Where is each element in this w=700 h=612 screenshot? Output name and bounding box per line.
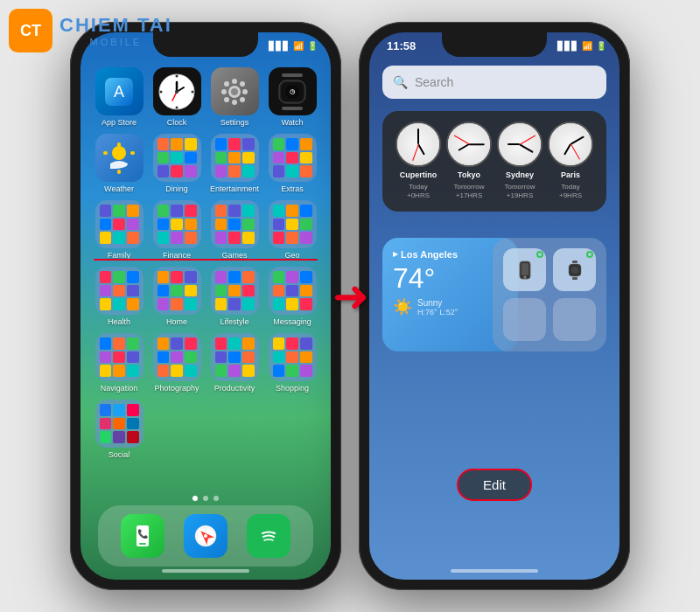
dock-safari[interactable]	[184, 514, 228, 558]
svg-rect-22	[282, 107, 303, 110]
svg-point-16	[242, 89, 248, 94]
lifestyle-folder	[211, 267, 259, 315]
app-family[interactable]: Family	[94, 200, 144, 260]
watch-device-btn[interactable]	[553, 248, 596, 291]
photography-folder	[153, 333, 201, 381]
entertainment-label: Entertainment	[210, 184, 259, 193]
tokyo-day: Tomorrow+17HRS	[453, 183, 484, 201]
red-underline	[94, 259, 318, 261]
paris-clock	[548, 122, 593, 167]
app-photography[interactable]: Photography	[151, 333, 202, 393]
edit-button[interactable]: Edit	[457, 469, 532, 501]
search-icon: 🔍	[393, 75, 408, 89]
battery-icon-2: 🔋	[596, 41, 606, 51]
dock: 📞	[98, 505, 313, 567]
app-shopping[interactable]: Shopping	[267, 333, 318, 393]
app-extras[interactable]: Extras	[267, 134, 318, 193]
app-productivity[interactable]: Productivity	[209, 333, 260, 393]
app-dining[interactable]: Dining	[151, 134, 202, 193]
svg-point-27	[112, 146, 126, 160]
app-grid: A App Store	[89, 63, 322, 463]
svg-point-13	[232, 79, 237, 84]
app-entertainment[interactable]: Entertainment	[209, 134, 260, 193]
appstore-icon: A	[95, 67, 144, 115]
dining-label: Dining	[165, 184, 188, 193]
svg-rect-29	[117, 170, 121, 174]
notch-2	[442, 32, 547, 57]
social-folder	[95, 400, 144, 448]
svg-rect-31	[130, 151, 135, 155]
cupertino-clock	[396, 122, 441, 167]
weather-label: Weather	[104, 184, 134, 193]
widget-background: 11:58 ▊▊▊ 📶 🔋 🔍 Search	[369, 32, 620, 580]
app-geo[interactable]: Geo	[267, 200, 318, 260]
messaging-label: Messaging	[273, 317, 312, 326]
svg-rect-42	[522, 263, 528, 275]
cupertino-name: Cupertino	[400, 170, 438, 179]
app-navigation[interactable]: Navigation	[94, 333, 144, 393]
app-appstore[interactable]: A App Store	[94, 67, 144, 127]
home-folder	[153, 267, 201, 315]
phone-widget-screen: 11:58 ▊▊▊ 📶 🔋 🔍 Search	[369, 32, 620, 580]
family-folder	[95, 200, 144, 248]
wifi-icon: 📶	[293, 41, 304, 51]
home-indicator-phone2	[451, 569, 538, 573]
app-settings[interactable]: Settings	[209, 67, 260, 127]
home-label: Home	[166, 317, 187, 326]
app-games[interactable]: Games	[209, 200, 260, 260]
appstore-label: App Store	[102, 118, 136, 127]
weather-icon	[95, 134, 144, 182]
app-lifestyle[interactable]: Lifestyle	[209, 267, 260, 326]
iphone-device-btn[interactable]	[503, 248, 546, 291]
dock-phone[interactable]: 📞	[121, 514, 164, 558]
battery-icon: 🔋	[307, 41, 318, 51]
photography-label: Photography	[154, 384, 199, 393]
home-indicator-phone1	[162, 569, 249, 573]
app-messaging[interactable]: Messaging	[267, 267, 318, 326]
device-empty-2[interactable]	[553, 298, 596, 341]
productivity-label: Productivity	[214, 384, 256, 393]
clock-widget: Cupertino Today+0HRS Tokyo	[382, 111, 606, 212]
svg-point-15	[221, 89, 227, 94]
app-health[interactable]: Health	[94, 267, 144, 326]
health-folder	[95, 267, 144, 315]
phone-home: ▊▊▊ 📶 🔋 A	[70, 22, 341, 590]
watermark: CT CHIEM TAI MOBILE	[9, 9, 172, 52]
app-social[interactable]: Social	[94, 400, 144, 459]
status-icons-2: ▊▊▊ 📶 🔋	[557, 41, 606, 51]
watermark-brand: CHIEM TAI	[60, 14, 172, 37]
svg-point-39	[204, 534, 207, 538]
settings-label: Settings	[220, 118, 249, 127]
svg-point-14	[232, 100, 237, 105]
svg-point-17	[224, 81, 229, 87]
search-placeholder: Search	[415, 75, 453, 89]
svg-point-6	[160, 90, 163, 93]
weather-temp: 74°	[393, 262, 508, 295]
health-label: Health	[108, 317, 130, 326]
app-home[interactable]: Home	[151, 267, 202, 326]
status-time: 11:58	[382, 39, 416, 52]
status-right: ▊▊▊ 📶 🔋	[269, 41, 318, 51]
app-clock[interactable]: Clock	[151, 67, 202, 127]
search-bar[interactable]: 🔍 Search	[382, 66, 606, 99]
watch-label: Watch	[281, 118, 303, 127]
settings-icon	[211, 67, 259, 115]
clock-app-icon	[153, 67, 201, 115]
clock-cupertino: Cupertino Today+0HRS	[396, 122, 441, 201]
clock-tokyo: Tokyo Tomorrow+17HRS	[446, 122, 492, 201]
app-watch[interactable]: ◷ Watch	[267, 67, 318, 127]
arrow-right: ➜	[332, 271, 369, 322]
app-weather[interactable]: Weather	[94, 134, 144, 193]
dock-spotify[interactable]	[247, 514, 290, 558]
lifestyle-label: Lifestyle	[220, 317, 248, 326]
home-background: ▊▊▊ 📶 🔋 A	[80, 32, 331, 580]
svg-rect-30	[103, 151, 108, 155]
app-finance[interactable]: Finance	[151, 200, 202, 260]
watch-icon: ◷	[269, 67, 317, 115]
signal-icon-2: ▊▊▊	[557, 41, 578, 51]
device-widget	[493, 238, 606, 351]
svg-point-47	[571, 267, 578, 274]
device-empty-1[interactable]	[503, 298, 546, 341]
shopping-label: Shopping	[276, 384, 309, 393]
social-label: Social	[108, 450, 130, 459]
